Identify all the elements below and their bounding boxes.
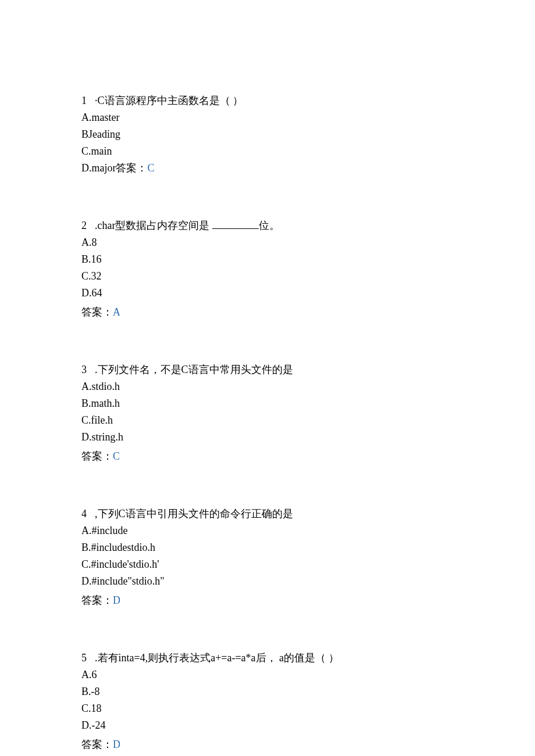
answer-label: 答案： <box>81 306 113 318</box>
question-number: 1 <box>81 95 87 106</box>
answer-row: 答案：A <box>81 304 454 320</box>
answer-row: 答案：D <box>81 593 454 608</box>
option-a: A.6 <box>81 667 454 683</box>
question-4: 4,下列C语言中引用头文件的命令行正确的是 A.#include B.#incl… <box>81 506 454 608</box>
option-d-with-answer: D.major答案：C <box>81 160 454 176</box>
option-c: C.main <box>81 144 454 159</box>
question-2: 2.char型数据占内存空间是 位。 A.8 B.16 C.32 D.64 答案… <box>81 218 454 320</box>
option-a: A.stdio.h <box>81 379 454 395</box>
option-c: C.18 <box>81 701 454 716</box>
option-d: D.-24 <box>81 718 454 733</box>
option-a: A.8 <box>81 235 454 250</box>
option-d-text: D.major <box>81 162 116 174</box>
question-text: C语言源程序中主函数名是（ ） <box>98 95 244 106</box>
question-5: 5.若有inta=4,则执行表达式a+=a-=a*a后， a的值是（ ） A.6… <box>81 650 454 753</box>
answer-value: D <box>113 594 120 606</box>
option-c: C.file.h <box>81 413 454 428</box>
question-number: 5 <box>81 652 87 664</box>
question-text: 若有inta=4,则执行表达式a+=a-=a*a后， a的值是（ ） <box>98 652 339 664</box>
answer-label: 答案： <box>81 739 113 750</box>
question-3: 3.下列文件名，不是C语言中常用头文件的是 A.stdio.h B.math.h… <box>81 362 454 464</box>
question-number: 4 <box>81 508 87 519</box>
question-text-row: 1·C语言源程序中主函数名是（ ） <box>81 93 454 109</box>
option-c: C.32 <box>81 268 454 284</box>
option-c: C.#include'stdio.h' <box>81 557 454 572</box>
answer-label: 答案： <box>81 450 113 462</box>
option-a: A.#include <box>81 523 454 539</box>
answer-value: C <box>113 450 120 462</box>
answer-value: A <box>113 306 120 318</box>
option-b: B.16 <box>81 252 454 267</box>
fill-blank <box>212 218 259 229</box>
question-1: 1·C语言源程序中主函数名是（ ） A.master BJeading C.ma… <box>81 93 454 176</box>
question-text-row: 2.char型数据占内存空间是 位。 <box>81 218 454 234</box>
question-text-row: 3.下列文件名，不是C语言中常用头文件的是 <box>81 362 454 378</box>
option-d: D.#include"stdio.h" <box>81 574 454 589</box>
option-b: BJeading <box>81 127 454 142</box>
option-d: D.string.h <box>81 429 454 445</box>
option-d: D.64 <box>81 285 454 301</box>
option-a: A.master <box>81 110 454 126</box>
answer-label: 答案： <box>81 594 113 606</box>
question-text: 下列C语言中引用头文件的命令行正确的是 <box>98 508 293 519</box>
question-text-before-blank: char型数据占内存空间是 <box>98 220 212 231</box>
question-text-after-blank: 位。 <box>259 220 280 231</box>
answer-value: D <box>113 739 120 750</box>
question-number: 2 <box>81 220 87 231</box>
question-text: 下列文件名，不是C语言中常用头文件的是 <box>98 364 293 375</box>
answer-row: 答案：D <box>81 737 454 753</box>
question-number: 3 <box>81 364 87 375</box>
answer-row: 答案：C <box>81 449 454 464</box>
question-text-row: 5.若有inta=4,则执行表达式a+=a-=a*a后， a的值是（ ） <box>81 650 454 666</box>
option-b: B.#includestdio.h <box>81 540 454 556</box>
option-b: B.-8 <box>81 684 454 700</box>
answer-value: C <box>147 162 154 174</box>
answer-label: 答案： <box>116 162 147 174</box>
option-b: B.math.h <box>81 396 454 411</box>
question-text-row: 4,下列C语言中引用头文件的命令行正确的是 <box>81 506 454 522</box>
